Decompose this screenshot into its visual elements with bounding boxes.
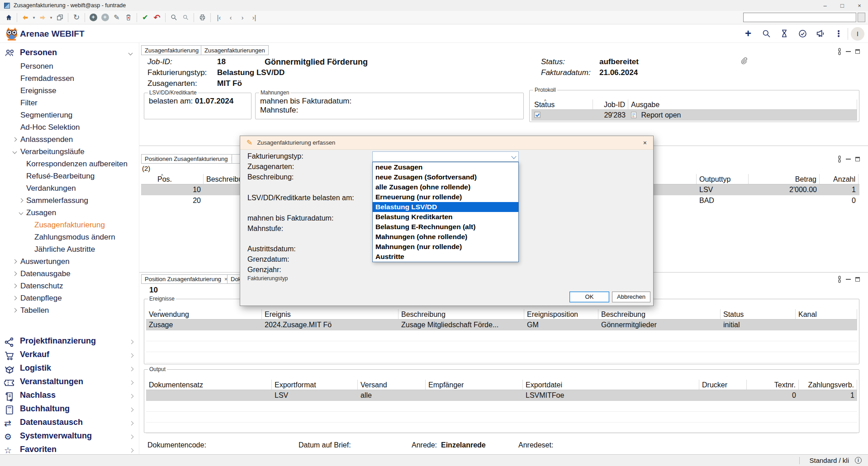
dropdown-option[interactable]: Belastung LSV/DD <box>373 202 518 212</box>
module-veranstaltungen[interactable]: Veranstaltungen <box>0 376 139 390</box>
protokoll-col-jobid[interactable]: Job-ID <box>593 99 628 109</box>
module-datenaustausch[interactable]: ⇄ Datenaustausch <box>0 417 139 430</box>
back-history-caret-icon[interactable]: ▾ <box>31 12 37 23</box>
dialog-close-icon[interactable]: × <box>643 139 647 146</box>
col-dokumentensatz[interactable]: Dokumentensatz <box>146 380 272 390</box>
home-icon[interactable] <box>3 12 14 23</box>
sidebar-item-zusagenfakturierung[interactable]: Zusagenfakturierung <box>0 219 139 231</box>
sidebar-item-datenausgabe[interactable]: Datenausgabe <box>0 268 139 280</box>
panel-minimize-icon[interactable] <box>846 159 851 160</box>
tab-zusagenfakturierung[interactable]: Zusagenfakturierung × <box>141 45 209 55</box>
window-close-button[interactable]: × <box>851 0 868 11</box>
tab-positionen-zusagenfakturierung[interactable]: Positionen Zusagenfakturierung × <box>141 154 238 164</box>
nav-next-icon[interactable]: › <box>237 12 248 23</box>
dropdown-option[interactable]: neue Zusagen <box>373 162 518 172</box>
refresh-icon[interactable]: ↻ <box>71 12 82 23</box>
toolbar-search-button[interactable] <box>858 13 865 22</box>
col-versand[interactable]: Versand <box>358 380 426 390</box>
confirm-icon[interactable]: ✔ <box>139 12 151 23</box>
nav-first-icon[interactable]: |‹ <box>213 12 225 23</box>
sidebar-item-verdankungen[interactable]: Verdankungen <box>0 182 139 194</box>
delete-icon[interactable] <box>123 12 134 23</box>
sidebar-item-tabellen[interactable]: Tabellen <box>0 304 139 316</box>
sidebar-item-fremdadressen[interactable]: Fremdadressen <box>0 72 139 85</box>
col-exportdatei[interactable]: Exportdatei <box>523 380 699 390</box>
col-outputtyp[interactable]: Outputtyp <box>697 174 749 184</box>
protokoll-col-ausgabe[interactable]: Ausgabe <box>628 99 857 109</box>
user-avatar[interactable]: I <box>851 27 864 41</box>
sidebar-item-filter[interactable]: Filter <box>0 97 139 109</box>
tab-position-zusagenfakturierung[interactable]: Position Zusagenfakturierung × <box>141 274 231 284</box>
col-pos[interactable]: ^Pos. <box>141 174 204 184</box>
toolbar-search-input[interactable] <box>743 13 856 22</box>
ok-button[interactable]: OK <box>569 292 609 302</box>
col-verwendung[interactable]: ^Verwendung <box>146 309 262 319</box>
sidebar-item-personen[interactable]: Personen <box>0 60 139 72</box>
dropdown-option[interactable]: Belastung E-Rechnungen (alt) <box>373 222 518 232</box>
col-beschreibung2[interactable]: Beschreibung <box>598 309 721 319</box>
kebab-menu-icon[interactable]: ⋮ <box>833 28 844 39</box>
sidebar-item-datenpflege[interactable]: Datenpflege <box>0 292 139 304</box>
global-search-icon[interactable] <box>760 28 772 39</box>
module-systemverwaltung[interactable]: ⚙ Systemverwaltung <box>0 430 139 444</box>
sidebar-item-datenschutz[interactable]: Datenschutz <box>0 280 139 292</box>
dialog-titlebar[interactable]: ✎ Zusagenfakturierung erfassen × <box>240 136 653 150</box>
cancel-button[interactable]: Abbrechen <box>612 292 650 302</box>
check-circle-icon[interactable] <box>797 28 808 39</box>
dropdown-option[interactable]: Austritte <box>373 252 518 262</box>
info-icon[interactable]: i <box>855 457 862 464</box>
forward-history-caret-icon[interactable]: ▾ <box>48 12 54 23</box>
col-textnr[interactable]: Textnr. <box>747 380 799 390</box>
dropdown-option[interactable]: neue Zusagen (Sofortversand) <box>373 172 518 182</box>
col-ereignis[interactable]: Ereignis <box>262 309 398 319</box>
dropdown-option[interactable]: Mahnungen (nur rollende) <box>373 242 518 252</box>
col-anzahl[interactable]: Anzahl <box>820 174 859 184</box>
back-icon[interactable] <box>19 12 31 23</box>
window-maximize-button[interactable]: □ <box>834 0 851 11</box>
sidebar-section-personen[interactable]: Personen <box>0 47 139 59</box>
panel-minimize-icon[interactable] <box>846 279 851 280</box>
sidebar-item-ereignisse[interactable]: Ereignisse <box>0 85 139 97</box>
col-beschreibung[interactable]: Beschreibung <box>398 309 524 319</box>
module-nachlass[interactable]: Nachlass <box>0 390 139 403</box>
tab-zusagenfakturierungen[interactable]: Zusagenfakturierungen <box>201 45 269 55</box>
module-logistik[interactable]: Logistik <box>0 362 139 376</box>
protokoll-ausgabe-value[interactable]: Report open <box>641 111 681 119</box>
panel-maximize-icon[interactable] <box>855 277 860 282</box>
sidebar-item-anlassspenden[interactable]: Anlassspenden <box>0 133 139 146</box>
module-projektfinanzierung[interactable]: Projektfinanzierung <box>0 335 139 349</box>
sidebar-item-sammelerfassung[interactable]: Sammelerfassung <box>0 194 139 207</box>
protokoll-col-status[interactable]: ^Status <box>531 99 593 109</box>
ereignis-row[interactable]: Zusage 2024.Zusage.MIT Fö Zusage Mitglie… <box>146 320 857 330</box>
dropdown-option[interactable]: Belastung Kreditkarten <box>373 212 518 222</box>
col-betrag[interactable]: Betrag <box>749 174 820 184</box>
sidebar-item-auswertungen[interactable]: Auswertungen <box>0 255 139 268</box>
paperclip-icon[interactable] <box>740 56 748 65</box>
nav-prev-icon[interactable]: ‹ <box>225 12 237 23</box>
dropdown-option[interactable]: alle Zusagen (ohne rollende) <box>373 182 518 192</box>
new-window-icon[interactable] <box>54 12 66 23</box>
sidebar-item-jaehrliche-austritte[interactable]: Jährliche Austritte <box>0 243 139 255</box>
sidebar-item-segmentierung[interactable]: Segmentierung <box>0 109 139 121</box>
output-row[interactable]: LSV alle LSVMITFoe 0 1 <box>146 390 857 401</box>
col-kanal[interactable]: Kanal <box>796 309 857 319</box>
nav-last-icon[interactable]: ›| <box>248 12 260 23</box>
col-drucker[interactable]: Drucker <box>699 380 747 390</box>
dropdown-option[interactable]: Erneuerung (nur rollende) <box>373 192 518 202</box>
edit-icon[interactable]: ✎ <box>111 12 123 23</box>
fakturierungstyp-combobox[interactable] <box>372 151 519 162</box>
statusbar-profile[interactable]: Standard / kli <box>809 457 849 464</box>
add-copy-record-icon[interactable]: + <box>99 12 111 23</box>
chevron-down-icon[interactable] <box>128 51 133 56</box>
col-status[interactable]: Status <box>721 309 796 319</box>
panel-maximize-icon[interactable] <box>855 49 860 54</box>
add-record-icon[interactable]: + <box>87 12 99 23</box>
sidebar-item-korrespondenzen-aufbereiten[interactable]: Korrespondenzen aufbereiten <box>0 158 139 170</box>
print-icon[interactable] <box>196 12 208 23</box>
sidebar-item-verarbeitungslaeufe[interactable]: Verarbeitungsläufe <box>0 146 139 158</box>
module-buchhaltung[interactable]: Buchhaltung <box>0 403 139 417</box>
forward-icon[interactable] <box>37 12 48 23</box>
detach-icon[interactable] <box>838 155 841 163</box>
sidebar-item-adhoc-selektion[interactable]: Ad-Hoc Selektion <box>0 121 139 133</box>
col-zahlungsverb[interactable]: Zahlungsverb. <box>799 380 857 390</box>
